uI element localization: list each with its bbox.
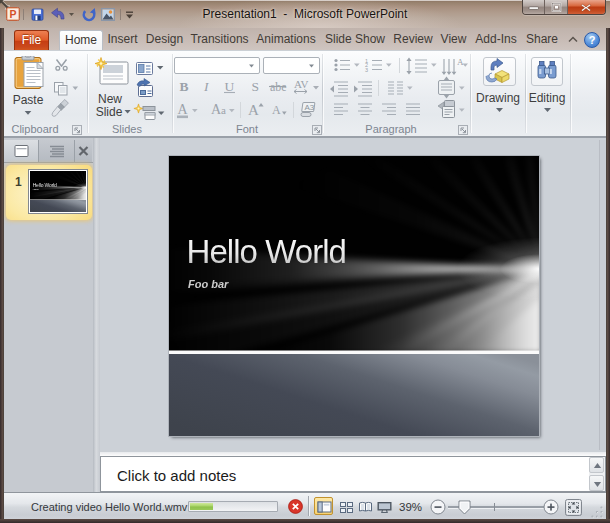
svg-text:A3: A3	[305, 103, 315, 112]
svg-text:P: P	[9, 8, 16, 20]
svg-text:U: U	[225, 79, 235, 94]
svg-text:I: I	[203, 79, 210, 94]
svg-text:3: 3	[365, 67, 368, 73]
svg-text:Slide: Slide	[96, 105, 123, 119]
svg-text:AV: AV	[294, 78, 309, 90]
svg-text:Foo bar: Foo bar	[188, 278, 229, 290]
svg-text:a: a	[221, 104, 226, 116]
svg-text:A: A	[178, 102, 189, 117]
svg-text:A: A	[457, 57, 464, 67]
svg-text:A: A	[248, 102, 259, 118]
svg-text:S: S	[252, 79, 260, 94]
svg-text:A: A	[272, 103, 281, 117]
svg-text:New: New	[98, 92, 122, 106]
svg-text:Hello World: Hello World	[187, 233, 347, 270]
svg-text:Paste: Paste	[13, 93, 44, 107]
svg-text:B: B	[180, 79, 189, 94]
